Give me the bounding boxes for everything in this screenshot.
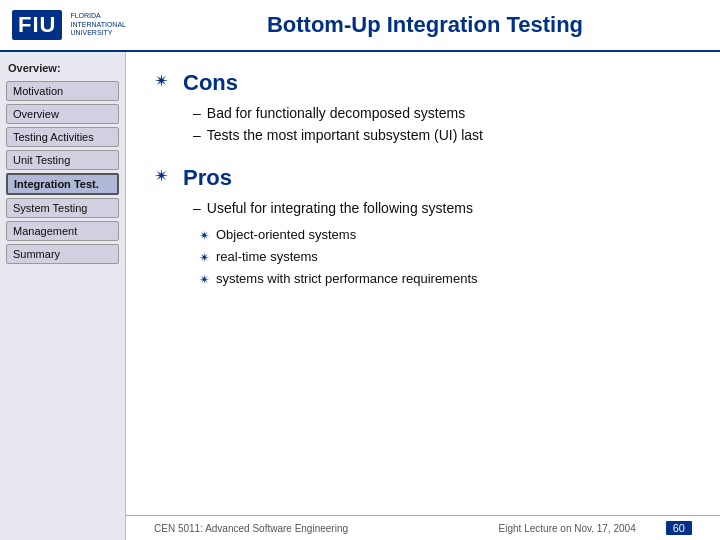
university-name: FLORIDA INTERNATIONAL UNIVERSITY [70, 12, 130, 37]
footer: CEN 5011: Advanced Software Engineering … [126, 515, 720, 540]
pros-sub-item-3: ✴ systems with strict performance requir… [199, 269, 692, 291]
cons-item-2: Tests the most important subsystem (UI) … [193, 124, 692, 146]
pros-section: ✴ Pros Useful for integrating the follow… [154, 165, 692, 291]
cons-item-1: Bad for functionally decomposed systems [193, 102, 692, 124]
header: FIU FLORIDA INTERNATIONAL UNIVERSITY Bot… [0, 0, 720, 52]
cons-content: Cons Bad for functionally decomposed sys… [183, 70, 692, 147]
page-number: 60 [666, 521, 692, 535]
sidebar-item-integration-test[interactable]: Integration Test. [6, 173, 119, 195]
page-title: Bottom-Up Integration Testing [142, 12, 708, 38]
pros-content: Pros Useful for integrating the followin… [183, 165, 692, 291]
cons-bullet: ✴ [154, 72, 169, 90]
sidebar-item-unit-testing[interactable]: Unit Testing [6, 150, 119, 170]
pros-dash-item: Useful for integrating the following sys… [193, 197, 692, 219]
main-layout: Overview: Motivation Overview Testing Ac… [0, 52, 720, 540]
footer-right: Eight Lecture on Nov. 17, 2004 60 [499, 521, 692, 535]
sidebar-item-testing-activities[interactable]: Testing Activities [6, 127, 119, 147]
pros-bullet: ✴ [154, 167, 169, 185]
star-bullet-2: ✴ [199, 248, 210, 269]
content-area: ✴ Cons Bad for functionally decomposed s… [126, 52, 720, 540]
fiu-logo: FIU [12, 10, 62, 40]
star-bullet-1: ✴ [199, 226, 210, 247]
sidebar-item-overview[interactable]: Overview [6, 104, 119, 124]
sidebar-item-motivation[interactable]: Motivation [6, 81, 119, 101]
sidebar-label: Overview: [6, 62, 119, 74]
footer-left: CEN 5011: Advanced Software Engineering [154, 523, 348, 534]
logo-area: FIU FLORIDA INTERNATIONAL UNIVERSITY [12, 10, 142, 40]
star-bullet-3: ✴ [199, 270, 210, 291]
sidebar-item-summary[interactable]: Summary [6, 244, 119, 264]
sidebar-item-management[interactable]: Management [6, 221, 119, 241]
cons-list: Bad for functionally decomposed systems … [183, 102, 692, 147]
pros-sub-list: ✴ Object-oriented systems ✴ real-time sy… [183, 225, 692, 290]
pros-sub-item-1: ✴ Object-oriented systems [199, 225, 692, 247]
footer-right-text: Eight Lecture on Nov. 17, 2004 [499, 523, 636, 534]
pros-title: Pros [183, 165, 692, 191]
cons-title: Cons [183, 70, 692, 96]
sidebar-item-system-testing[interactable]: System Testing [6, 198, 119, 218]
pros-dash-list: Useful for integrating the following sys… [183, 197, 692, 219]
sidebar: Overview: Motivation Overview Testing Ac… [0, 52, 126, 540]
pros-sub-item-2: ✴ real-time systems [199, 247, 692, 269]
cons-section: ✴ Cons Bad for functionally decomposed s… [154, 70, 692, 147]
